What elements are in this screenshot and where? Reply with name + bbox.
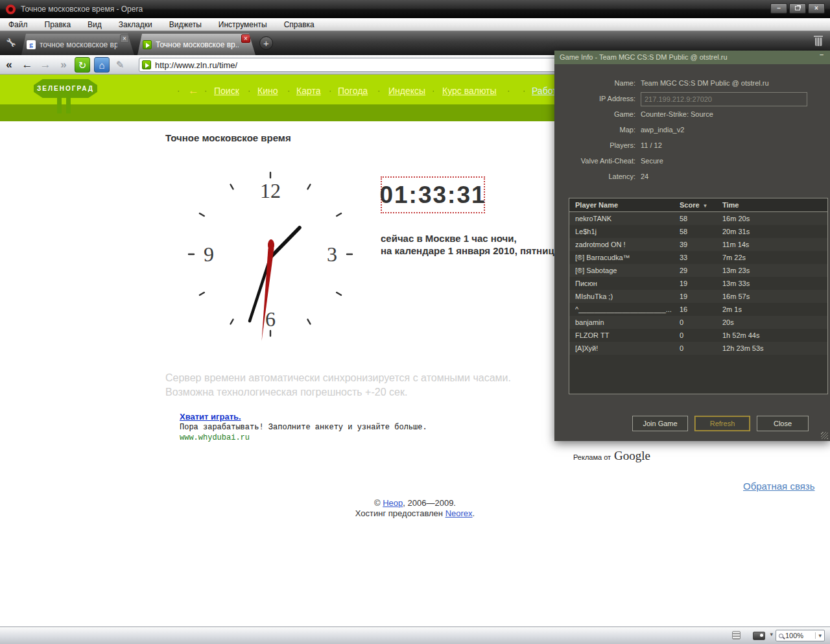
minimize-button[interactable]: – [770, 3, 787, 14]
player-row[interactable]: ^______________________...162m 1s [569, 303, 827, 316]
player-row[interactable]: MIshuTka ;)1916m 57s [569, 290, 827, 303]
sync-note: Сервер времени автоматически синхронизир… [165, 371, 511, 400]
menu-file[interactable]: Файл [0, 20, 36, 29]
nav-link-cinema[interactable]: Кино [257, 86, 278, 96]
clock-numeral-3: 3 [327, 243, 337, 266]
zoom-level: 100% [785, 632, 803, 639]
player-row[interactable]: banjamin020s [569, 316, 827, 329]
ip-address-input[interactable] [641, 92, 807, 106]
clock-numeral-12: 12 [260, 179, 281, 202]
home-button[interactable]: ⌂ [94, 57, 110, 73]
hour-hand [270, 228, 300, 257]
google-logo[interactable]: Google [614, 449, 650, 463]
nav-separator: · [204, 86, 207, 95]
ad-block: Хватит играть. Пора зарабатывать! Заполн… [180, 412, 427, 442]
rewind-button[interactable]: « [0, 58, 18, 71]
player-row[interactable]: nekroTANK5816m 20s [569, 212, 827, 225]
sort-desc-icon: ▼ [703, 203, 708, 209]
tab-google-search[interactable]: g точное московское вр... × [21, 34, 134, 55]
page-footer: © Неор, 2006—2009. Хостинг предоставлен … [285, 498, 545, 519]
restore-icon [795, 6, 800, 10]
nav-separator: · [432, 86, 434, 95]
player-table-header: Player Name Score▼ Time [569, 198, 827, 212]
menu-widgets[interactable]: Виджеты [161, 20, 210, 29]
nav-separator: · [377, 86, 380, 95]
nav-separator: · [248, 86, 250, 95]
camera-icon[interactable] [753, 632, 765, 640]
field-vac: Valve Anti-Cheat: Secure [554, 157, 830, 169]
menu-bookmarks[interactable]: Закладки [110, 20, 161, 29]
neorex-link[interactable]: Neorex [445, 508, 473, 518]
note-pencil-icon[interactable]: ✎ [112, 59, 128, 71]
panel-minimize-button[interactable]: – [820, 51, 824, 58]
field-ip: IP Address: [554, 95, 830, 106]
nav-link-currency[interactable]: Курс валюты [442, 86, 497, 96]
address-favicon [142, 60, 151, 69]
header-time[interactable]: Time [722, 201, 827, 209]
player-row[interactable]: [®] Sabotage2913m 23s [569, 264, 827, 277]
nav-separator: · [507, 86, 510, 95]
opera-icon [6, 5, 16, 14]
nav-link-weather[interactable]: Погода [338, 86, 368, 96]
nav-separator: · [177, 86, 180, 95]
nav-back-arrow[interactable]: ← [188, 84, 199, 97]
window-titlebar: Точное московское время - Opera – × [0, 0, 830, 18]
header-player-name[interactable]: Player Name [569, 201, 680, 209]
nav-link-indexes[interactable]: Индексы [388, 86, 425, 96]
zoom-control[interactable]: 100% ▾ [776, 630, 825, 641]
player-table: Player Name Score▼ Time nekroTANK5816m 2… [569, 198, 828, 394]
nav-separator: · [523, 86, 525, 95]
page-title: Точное московское время [165, 132, 291, 143]
menu-bar: Файл Правка Вид Закладки Виджеты Инструм… [0, 18, 830, 31]
resize-grip[interactable] [821, 432, 828, 439]
player-row[interactable]: FLZOR TT01h 52m 44s [569, 329, 827, 342]
field-game: Game: Counter-Strike: Source [554, 110, 830, 122]
fast-forward-button[interactable]: » [54, 58, 73, 71]
close-button[interactable]: × [808, 3, 825, 14]
tab-zln-time[interactable]: Точное московское вр... × [137, 34, 255, 55]
tab-title: точное московское вр... [40, 40, 117, 49]
zln-favicon [143, 40, 152, 49]
game-info-titlebar[interactable]: Game Info - Team MGC CS:S DM Public @ ot… [554, 51, 830, 64]
zelenograd-logo[interactable]: ЗЕЛЕНОГРАД [34, 79, 97, 98]
tab-close-icon[interactable]: × [241, 34, 250, 43]
game-info-panel: Game Info - Team MGC CS:S DM Public @ ot… [554, 51, 830, 441]
player-row[interactable]: Le$h1j5820m 31s [569, 225, 827, 238]
google-favicon: g [27, 40, 36, 49]
menu-help[interactable]: Справка [276, 20, 323, 29]
join-game-button[interactable]: Join Game [632, 416, 688, 431]
player-row[interactable]: [®] Barracudka™337m 22s [569, 251, 827, 264]
nav-separator: · [287, 86, 290, 95]
close-panel-button[interactable]: Close [757, 416, 809, 431]
ad-url-link[interactable]: www.whydubai.ru [180, 433, 427, 442]
restore-button[interactable] [789, 3, 806, 14]
current-time-text: сейчас в Москве 1 час ночи, на календаре… [381, 232, 560, 257]
menu-tools[interactable]: Инструменты [210, 20, 276, 29]
neop-link[interactable]: Неор [383, 498, 403, 508]
clock-numeral-9: 9 [204, 243, 214, 266]
tab-close-icon[interactable]: × [120, 34, 129, 43]
player-row[interactable]: Писюн1913m 33s [569, 277, 827, 290]
nav-link-map[interactable]: Карта [296, 86, 320, 96]
panels-wrench-icon[interactable]: 🔧︎ [3, 35, 19, 52]
trash-icon[interactable] [813, 36, 824, 47]
back-button[interactable]: ← [18, 58, 36, 71]
feedback-link[interactable]: Обратная связь [743, 481, 815, 492]
field-players: Players: 11 / 12 [554, 141, 830, 153]
nav-link-search[interactable]: Поиск [214, 86, 239, 96]
refresh-button[interactable]: Refresh [694, 416, 750, 431]
header-score[interactable]: Score▼ [680, 201, 722, 209]
player-row[interactable]: [A]Хуй!012h 23m 53s [569, 342, 827, 355]
camera-dropdown-icon[interactable]: ▾ [770, 631, 773, 638]
player-row[interactable]: zadrotmod ON !3911m 14s [569, 238, 827, 251]
menu-edit[interactable]: Правка [36, 20, 80, 29]
forward-button[interactable]: → [36, 58, 54, 71]
reload-button[interactable]: ↻ [75, 57, 90, 73]
ad-body: Пора зарабатывать! Заполните анкету и уз… [180, 423, 427, 432]
new-tab-button[interactable]: + [259, 36, 273, 50]
notes-panel-icon[interactable] [732, 631, 741, 639]
zoom-dropdown-icon[interactable]: ▾ [815, 632, 824, 639]
menu-view[interactable]: Вид [79, 20, 110, 29]
magnifier-icon [779, 634, 783, 638]
ad-headline-link[interactable]: Хватит играть. [180, 412, 241, 422]
